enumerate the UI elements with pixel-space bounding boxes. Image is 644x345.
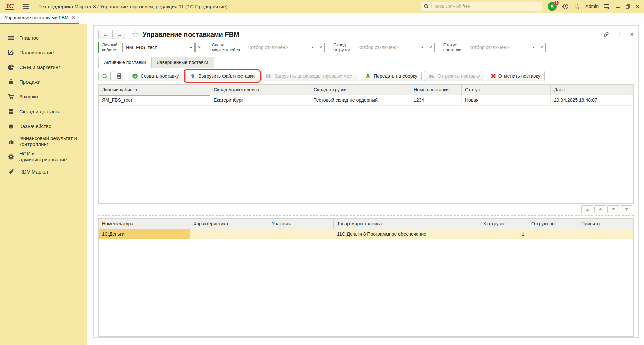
back-arrow-icon: ←	[103, 31, 108, 38]
cell-nomer-postavki[interactable]: 1234	[410, 95, 462, 105]
column-header[interactable]: Склад маркетплейса	[210, 85, 310, 95]
cell-upakovka[interactable]	[268, 229, 334, 239]
sidebar-item-kaznacheystvo[interactable]: Казначейство	[0, 121, 87, 132]
clear-filter-button[interactable]: ×	[538, 43, 546, 52]
filter-row: Личныйкабинет: ЯМ_FBS_тест × Складмаркет…	[94, 41, 638, 56]
column-header[interactable]: Отгружено	[528, 219, 578, 229]
sidebar-item-prodazhi[interactable]: Продажи	[0, 76, 87, 88]
ship-supply-button[interactable]: Отгрузить поставку	[424, 71, 484, 81]
sidebar-item-rdv-market[interactable]: RDV Маркет	[0, 166, 87, 178]
restore-button[interactable]	[625, 4, 630, 9]
cell-otgruzheno[interactable]	[528, 229, 578, 239]
refresh-button[interactable]	[98, 71, 111, 81]
close-form-button[interactable]: ×	[630, 31, 634, 38]
print-button[interactable]	[113, 71, 125, 81]
go-first-row-button[interactable]	[581, 205, 593, 213]
send-to-assembly-button[interactable]: Передать на сборку	[361, 71, 422, 81]
red-x-icon	[491, 74, 496, 78]
cell-lichnyy-kabinet[interactable]: ЯМ_FBS_тест	[99, 95, 210, 105]
filter-status-input[interactable]: <отбор отключен>	[466, 43, 537, 52]
get-link-button[interactable]	[603, 31, 609, 38]
main-menu-icon[interactable]	[23, 4, 29, 8]
chevron-down-icon	[421, 47, 424, 48]
column-header-date[interactable]: Дата ↓	[551, 85, 633, 95]
table-splitter[interactable]	[98, 215, 634, 216]
column-header[interactable]: Принято	[578, 219, 633, 229]
clear-filter-button[interactable]: ×	[427, 43, 435, 52]
cell-prinyato[interactable]	[578, 229, 633, 239]
go-last-row-button[interactable]	[621, 205, 632, 213]
global-search[interactable]	[421, 2, 542, 11]
tab-active-supplies[interactable]: Активные поставки	[98, 57, 152, 68]
column-header[interactable]: Характеристика	[190, 219, 268, 229]
supplies-toolbar: Создать поставку Выгрузить файл поставки	[94, 68, 638, 84]
forward-button[interactable]: →	[112, 30, 126, 39]
sidebar-item-planirovanie[interactable]: Планирование	[0, 47, 87, 58]
notifications-button[interactable]: 1	[548, 2, 557, 11]
dropdown-button[interactable]	[530, 43, 537, 52]
column-header[interactable]: Личный кабинет	[99, 85, 210, 95]
cell-k-otgruzke[interactable]: 1	[480, 229, 528, 239]
column-header[interactable]: Номенклатура	[99, 219, 190, 229]
cell-data[interactable]: 20.04.2025 18:48:07	[551, 95, 633, 105]
sidebar-item-zakupki[interactable]: Закупки	[0, 91, 87, 102]
cell-kharakteristika[interactable]	[190, 229, 268, 239]
column-header[interactable]: Упаковка	[268, 219, 334, 229]
minimize-button[interactable]	[616, 4, 621, 9]
sidebar-item-finrezultat[interactable]: Финансовый результат и контроллинг	[0, 135, 87, 147]
load-barcodes-button[interactable]: Загрузить штрихкоды грузовых мест	[261, 71, 358, 81]
sidebar-item-glavnoe[interactable]: Главное	[0, 32, 87, 44]
column-header[interactable]: Склад отгрузки	[310, 85, 410, 95]
create-supply-button[interactable]: Создать поставку	[128, 71, 183, 81]
cell-status[interactable]: Новая	[462, 95, 551, 105]
user-menu-button[interactable]	[603, 3, 611, 10]
dropdown-button[interactable]	[309, 43, 316, 52]
window-tab-strip: Управление поставками FBM ×	[0, 13, 644, 24]
plus-circle-icon	[132, 73, 138, 79]
tab-close-icon[interactable]: ×	[72, 15, 75, 20]
favorites-button[interactable]: ☆	[574, 3, 580, 10]
go-prev-row-button[interactable]	[594, 205, 606, 213]
coins-icon	[7, 123, 15, 130]
column-header[interactable]: Статус	[462, 85, 551, 95]
supply-row[interactable]: ЯМ_FBS_тест Екатеринбург Тестовый склад …	[99, 95, 633, 106]
more-icon: ⋮	[617, 32, 623, 38]
star-icon: ☆	[574, 3, 580, 10]
item-row[interactable]: 1С:Деньги 11С:Деньги 8 Программное обесп…	[99, 229, 633, 239]
back-button[interactable]: ←	[99, 30, 112, 39]
assembly-box-icon	[365, 73, 371, 79]
column-header[interactable]: Товар маркетплейса	[334, 219, 480, 229]
close-icon	[635, 4, 640, 9]
clear-filter-button[interactable]: ×	[317, 43, 325, 52]
printer-icon	[116, 73, 122, 79]
sort-desc-icon: ↓	[628, 87, 630, 92]
form-panel: ← → ☆ Управление поставками FBM	[93, 25, 639, 338]
dropdown-button[interactable]	[187, 43, 194, 52]
clear-filter-button[interactable]: ×	[195, 43, 203, 52]
dropdown-button[interactable]	[419, 43, 426, 52]
cell-sklad-otgruzki[interactable]: Тестовый склад не ордерный	[310, 95, 410, 105]
gear-icon	[7, 153, 15, 160]
sidebar-item-sklad[interactable]: Склад и доставка	[0, 106, 87, 117]
filter-mp-warehouse-input[interactable]: <отбор отключен>	[245, 43, 316, 52]
upload-supply-file-button[interactable]: Выгрузить файл поставки	[185, 71, 259, 81]
tab-upravlenie-postavkami-fbm[interactable]: Управление поставками FBM ×	[0, 13, 79, 24]
history-button[interactable]	[562, 3, 569, 10]
column-header[interactable]: К отгрузке	[480, 219, 528, 229]
filter-cabinet-input[interactable]: ЯМ_FBS_тест	[122, 43, 195, 52]
sidebar-item-crm[interactable]: CRM и маркетинг	[0, 62, 87, 73]
more-actions-button[interactable]: ⋮	[617, 32, 623, 38]
close-window-button[interactable]	[635, 4, 640, 9]
favorite-star-icon[interactable]: ☆	[132, 30, 139, 39]
cell-nomenklatura[interactable]: 1С:Деньги	[99, 229, 190, 239]
search-input[interactable]	[431, 4, 540, 9]
tab-finished-supplies[interactable]: Завершенные поставки	[152, 57, 214, 68]
cancel-supply-button[interactable]: Отменить поставку	[487, 71, 545, 81]
filter-ship-warehouse-input[interactable]: <отбор отключен>	[355, 43, 426, 52]
cell-tovar-marketpleysa[interactable]: 11С:Деньги 8 Программное обеспечение	[334, 229, 480, 239]
cell-sklad-marketpleysa[interactable]: Екатеринбург	[210, 95, 310, 105]
sidebar-item-nsi[interactable]: НСИ и администрирование	[0, 151, 87, 163]
go-next-row-button[interactable]	[607, 205, 619, 213]
menu-icon	[7, 34, 15, 41]
column-header[interactable]: Номер поставки	[410, 85, 462, 95]
